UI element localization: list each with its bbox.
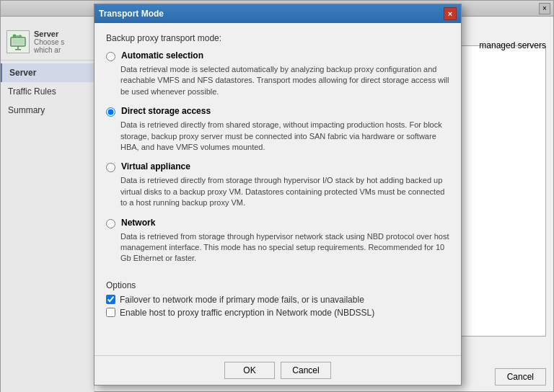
- sidebar-item-summary[interactable]: Summary: [1, 101, 94, 120]
- radio-direct[interactable]: [106, 107, 115, 117]
- modal-close-button[interactable]: ×: [444, 7, 457, 20]
- radio-virtual-label[interactable]: Virtual appliance: [121, 161, 190, 172]
- checkbox-failover-label[interactable]: Failover to network mode if primary mode…: [120, 295, 364, 305]
- checkbox-encryption-label[interactable]: Enable host to proxy traffic encryption …: [120, 308, 374, 318]
- managed-servers-text: managed servers: [479, 40, 546, 50]
- bg-cancel-button[interactable]: Cancel: [495, 368, 546, 386]
- ok-button[interactable]: OK: [224, 362, 275, 379]
- sidebar-item-traffic-rules[interactable]: Traffic Rules: [1, 82, 94, 101]
- checkbox-failover-row: Failover to network mode if primary mode…: [106, 295, 449, 305]
- radio-option-network: Network: [106, 218, 449, 228]
- radio-network[interactable]: [106, 219, 115, 228]
- radio-auto[interactable]: [106, 52, 115, 61]
- svg-rect-1: [12, 39, 24, 45]
- bg-server-title: Server: [34, 30, 64, 38]
- radio-virtual[interactable]: [106, 163, 115, 172]
- radio-direct-label[interactable]: Direct storage access: [121, 106, 211, 116]
- options-label: Options: [106, 280, 449, 290]
- modal-titlebar: Transport Mode ×: [94, 4, 461, 23]
- sidebar-item-server[interactable]: Server: [1, 63, 94, 82]
- radio-auto-desc: Data retrieval mode is selected automati…: [120, 64, 449, 97]
- bg-server-sub1: Choose s: [34, 38, 64, 46]
- radio-direct-desc: Data is retrieved directly from shared s…: [120, 120, 449, 153]
- bg-sidebar: Server Choose s which ar Server Traffic …: [1, 17, 94, 392]
- radio-network-label[interactable]: Network: [121, 218, 155, 228]
- modal-body: Backup proxy transport mode: Automatic s…: [94, 23, 461, 355]
- radio-auto-label[interactable]: Automatic selection: [121, 50, 203, 61]
- radio-virtual-desc: Data is retrieved directly from storage …: [120, 175, 449, 208]
- svg-point-4: [13, 35, 17, 38]
- radio-option-virtual: Virtual appliance: [106, 161, 449, 172]
- checkbox-failover[interactable]: [106, 295, 115, 304]
- server-icon: [6, 30, 30, 53]
- bg-server-sub2: which ar: [34, 46, 64, 54]
- svg-rect-3: [15, 49, 21, 50]
- radio-network-desc: Data is retrieved from storage through h…: [120, 231, 449, 264]
- bg-close-button[interactable]: ×: [539, 3, 550, 14]
- options-section: Options Failover to network mode if prim…: [106, 280, 449, 321]
- checkbox-encryption-row: Enable host to proxy traffic encryption …: [106, 308, 449, 318]
- bg-footer: Cancel: [495, 368, 546, 386]
- cancel-button[interactable]: Cancel: [281, 362, 331, 379]
- transport-mode-dialog: Transport Mode × Backup proxy transport …: [94, 4, 462, 386]
- checkbox-encryption[interactable]: [106, 308, 115, 317]
- radio-option-direct: Direct storage access: [106, 106, 449, 117]
- modal-title: Transport Mode: [99, 9, 164, 19]
- bg-sidebar-header: Server Choose s which ar: [1, 24, 94, 61]
- modal-section-label: Backup proxy transport mode:: [106, 33, 449, 43]
- radio-option-auto: Automatic selection: [106, 50, 449, 61]
- bg-server-info: Server Choose s which ar: [34, 30, 64, 54]
- modal-footer: OK Cancel: [94, 355, 461, 385]
